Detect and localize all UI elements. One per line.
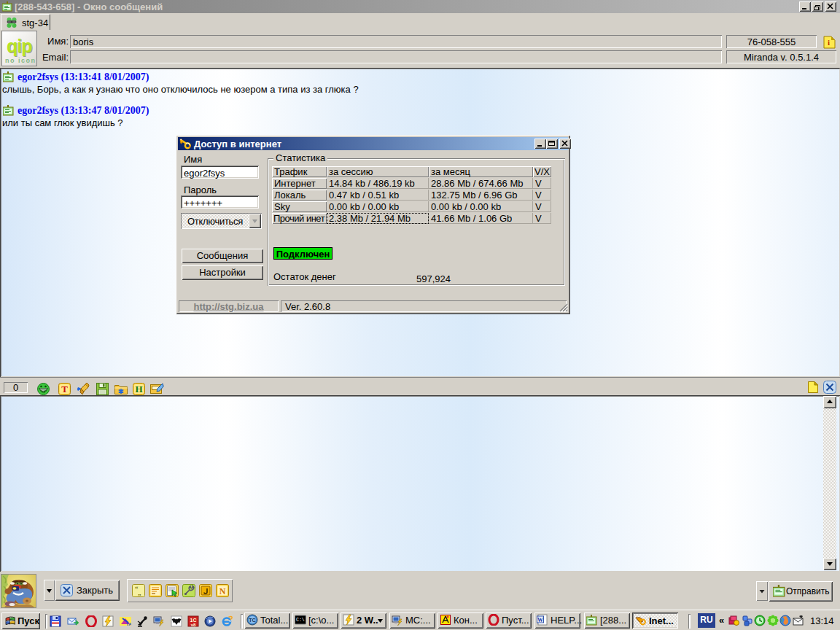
svg-text:C:\: C:\ <box>296 618 305 623</box>
svg-text:T: T <box>61 384 68 394</box>
svg-text:W: W <box>537 617 543 623</box>
svg-text:i: i <box>828 38 830 47</box>
svg-text:v8: v8 <box>191 623 196 627</box>
svg-text:TC: TC <box>249 618 255 623</box>
svg-text:„: „ <box>138 589 141 596</box>
svg-text:H: H <box>135 384 142 394</box>
svg-text:ТА: ТА <box>126 622 131 626</box>
svg-text:N: N <box>219 586 226 596</box>
